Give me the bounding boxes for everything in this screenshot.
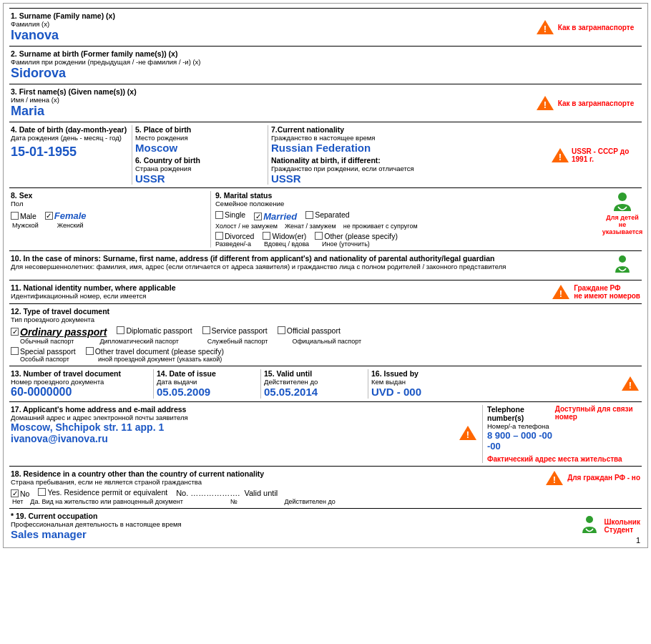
s12-official-option[interactable]: Official passport <box>278 326 341 335</box>
s12-other-option[interactable]: Other travel document (please specify) <box>86 347 224 356</box>
col-16: 16. Issued by Кем выдан UVD - 000 ! <box>368 369 640 399</box>
s17-sublabel: Домашний адрес и адрес электронной почты… <box>11 414 478 421</box>
s8-male-checkbox <box>11 212 19 220</box>
s12-other-label: Other travel document (please specify) <box>95 347 224 356</box>
s18-no-label: No <box>20 489 29 498</box>
s12-special-ru: Особый паспорт <box>20 356 69 363</box>
s9-married-checkbox <box>254 213 262 220</box>
s15-sublabel: Действителен до <box>264 378 365 386</box>
s9-single-label: Single <box>225 210 245 219</box>
s9-widow-option[interactable]: Widow(er) <box>263 232 306 240</box>
col-4: 4. Date of birth (day-month-year) Дата р… <box>11 125 132 185</box>
s18-no-option[interactable]: No <box>11 489 29 498</box>
s8-female-option[interactable]: Female <box>45 210 87 221</box>
s11-label: 11. National identity number, where appl… <box>11 283 551 292</box>
s13-sublabel: Номер проездного документа <box>11 378 150 386</box>
s12-special-checkbox <box>11 347 19 355</box>
s17-phone-sublabel: Номер/-а телефона <box>487 422 555 430</box>
s9-single-checkbox <box>215 211 223 219</box>
s9-other-checkbox <box>315 232 323 240</box>
svg-text:!: ! <box>466 429 469 440</box>
s8-male-option[interactable]: Male <box>11 212 36 220</box>
s12-diplomatic-ru: Дипломатический паспорт <box>88 338 178 345</box>
s9-widow-label: Widow(er) <box>272 232 306 240</box>
s18-yes-option[interactable]: Yes. Residence permit or equivalent <box>38 488 167 497</box>
svg-text:!: ! <box>544 24 547 34</box>
s9-married-label: Married <box>263 211 297 222</box>
section-19: * 19. Current occupation Профессиональна… <box>9 508 642 543</box>
s12-label: 12. Type of travel document <box>11 307 640 316</box>
s9-other-option[interactable]: Other (please specify) <box>315 232 398 240</box>
s7-note: USSR - СССР до 1991 г. <box>572 147 640 163</box>
section-2: 2. Surname at birth (Former family name(… <box>9 46 642 84</box>
svg-text:!: ! <box>559 288 562 299</box>
s3-note: Как в загранпаспорте <box>558 99 635 107</box>
s8-male-label: Male <box>20 212 36 220</box>
s8-note-line1: Для детей не указывается <box>602 214 643 235</box>
s12-official-checkbox <box>278 326 285 334</box>
s15-value: 05.05.2014 <box>264 386 365 398</box>
s16-sublabel: Кем выдан <box>371 378 421 386</box>
s17-label: 17. Applicant's home address and e-mail … <box>11 405 478 414</box>
s12-ordinary-option[interactable]: Ordinary passport <box>11 326 107 338</box>
s8-male-ru: Мужской <box>12 222 39 229</box>
s19-sublabel: Профессиональная деятельность в настояще… <box>11 520 576 528</box>
s9-separated-option[interactable]: Separated <box>305 210 349 219</box>
s12-service-checkbox <box>202 326 210 334</box>
s9-label: 9. Marital status <box>215 191 604 200</box>
s11-sublabel: Идентификационный номер, если имеется <box>11 292 551 300</box>
s5-label: 5. Place of birth <box>135 125 265 134</box>
s14-label: 14. Date of issue <box>157 369 258 378</box>
s12-diplomatic-option[interactable]: Diplomatic passport <box>117 326 192 335</box>
s12-other-ru: иной проездной документ (указать какой) <box>91 356 222 363</box>
section-17: 17. Applicant's home address and e-mail … <box>9 401 642 466</box>
section-13-16: 13. Number of travel document Номер прое… <box>9 366 642 401</box>
s12-other-checkbox <box>86 347 94 355</box>
page-number: 1 <box>636 536 640 545</box>
s2-sublabel: Фамилия при рождении (предыдущая / -не ф… <box>11 58 640 66</box>
form-page: 1. Surname (Family name) (x) Фамилия (х)… <box>3 3 648 548</box>
svg-point-6 <box>618 192 627 201</box>
section-11: 11. National identity number, where appl… <box>9 280 642 303</box>
svg-text:!: ! <box>629 380 632 391</box>
s17-note-phone: Доступный для связи номер <box>555 405 640 421</box>
s8-female-ru: Женский <box>50 222 84 229</box>
s18-no-ru: Нет <box>12 498 23 505</box>
s9-sublabel: Семейное положение <box>215 200 604 208</box>
s19-value: Sales manager <box>11 528 576 540</box>
s10-sublabel: Для несовершеннолетних: фамилия, имя, ад… <box>11 263 604 270</box>
s9-divorced-checkbox <box>215 232 223 240</box>
s18-sublabel: Страна пребывания, если не является стра… <box>11 478 542 486</box>
col-14: 14. Date of issue Дата выдачи 05.05.2009 <box>154 369 261 399</box>
section-12: 12. Type of travel document Тип проездно… <box>9 303 642 366</box>
s9-wid-ru: Вдовец / вдова <box>264 240 309 248</box>
s17-address-value: Moscow, Shchipok str. 11 app. 1 <box>11 421 164 433</box>
s9-married-option[interactable]: Married <box>254 211 297 222</box>
warning-icon-s7: ! <box>550 147 570 164</box>
s18-yes-label: Yes. Residence permit or equivalent <box>47 488 167 497</box>
s12-official-ru: Официальный паспорт <box>282 338 361 345</box>
s12-service-option[interactable]: Service passport <box>202 326 268 335</box>
section-456-7: 4. Date of birth (day-month-year) Дата р… <box>9 122 642 187</box>
person-icon-s10 <box>612 254 633 277</box>
s11-note2: не имеют номеров <box>574 292 640 300</box>
warning-icon-s1: ! <box>535 19 555 36</box>
warning-icon-s16: ! <box>620 375 640 392</box>
s9-separated-checkbox <box>305 211 313 219</box>
section-18: 18. Residence in a country other than th… <box>9 466 642 508</box>
section-10: 10. In the case of minors: Surname, firs… <box>9 250 642 280</box>
s7-value: Russian Federation <box>271 142 547 154</box>
s6-value: USSR <box>135 172 265 185</box>
s12-special-option[interactable]: Special passport <box>11 347 76 356</box>
s7-label: 7.Current nationality <box>271 125 547 134</box>
s12-ordinary-checkbox <box>11 328 19 336</box>
s9-married-ru: Женат / замужем <box>285 223 336 230</box>
s18-valid-ru: Действителен до <box>241 498 335 505</box>
s8-female-checkbox <box>45 212 53 220</box>
s9-single-ru: Холост / не замужем <box>215 223 278 230</box>
s9-divorced-option[interactable]: Divorced <box>215 232 254 240</box>
warning-icon-s18: ! <box>544 469 564 487</box>
s9-single-option[interactable]: Single <box>215 210 245 219</box>
s2-label: 2. Surname at birth (Former family name(… <box>11 49 640 58</box>
s19-note2: Студент <box>604 526 640 534</box>
